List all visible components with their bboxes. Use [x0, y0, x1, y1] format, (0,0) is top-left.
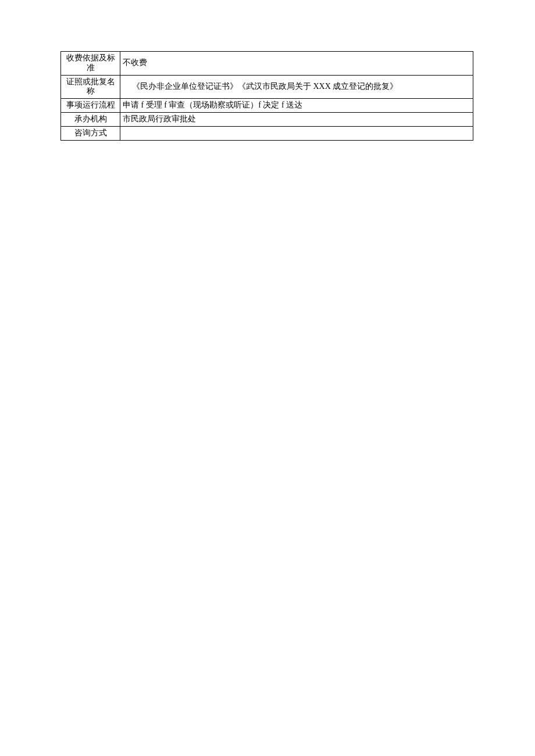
- row-agency-value: 市民政局行政审批处: [120, 112, 473, 126]
- row-certificate-name-value: 《民办非企业单位登记证书》《武汉市民政局关于 XXX 成立登记的批复》: [120, 75, 473, 99]
- row-fee-basis-label: 收费依据及标准: [61, 52, 120, 76]
- row-contact-value: [120, 126, 473, 140]
- row-process-flow-value: 申请 f 受理 f 审查（现场勘察或听证）f 决定 f 送达: [120, 99, 473, 113]
- table-row: 咨询方式: [61, 126, 473, 140]
- table-row: 事项运行流程 申请 f 受理 f 审查（现场勘察或听证）f 决定 f 送达: [61, 99, 473, 113]
- row-fee-basis-value: 不收费: [120, 52, 473, 76]
- row-certificate-name-label: 证照或批复名称: [61, 75, 120, 99]
- row-contact-label: 咨询方式: [61, 126, 120, 140]
- info-table: 收费依据及标准 不收费 证照或批复名称 《民办非企业单位登记证书》《武汉市民政局…: [60, 51, 473, 141]
- row-process-flow-label: 事项运行流程: [61, 99, 120, 113]
- table-row: 收费依据及标准 不收费: [61, 52, 473, 76]
- table-row: 证照或批复名称 《民办非企业单位登记证书》《武汉市民政局关于 XXX 成立登记的…: [61, 75, 473, 99]
- table-row: 承办机构 市民政局行政审批处: [61, 112, 473, 126]
- row-agency-label: 承办机构: [61, 112, 120, 126]
